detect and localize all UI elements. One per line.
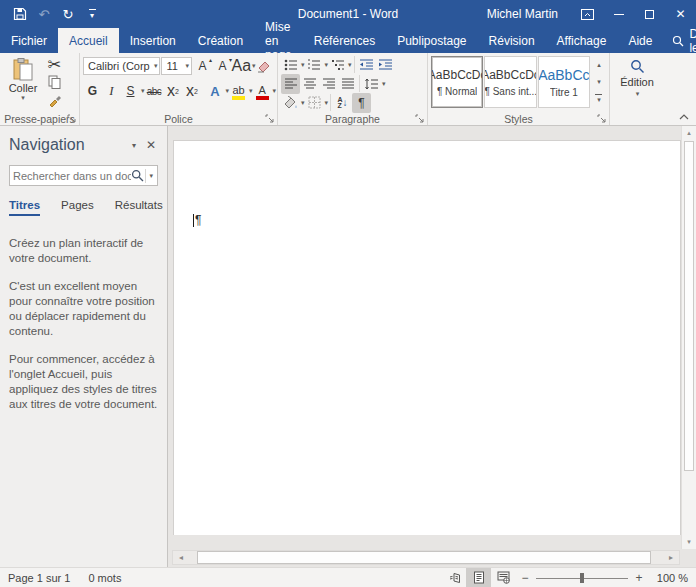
collapse-ribbon-icon[interactable] (679, 114, 689, 120)
web-layout-icon[interactable] (491, 568, 516, 587)
style-sans-interligne[interactable]: AaBbCcDc ¶ Sans int... (484, 56, 536, 108)
paragraph-dialog-launcher-icon[interactable] (415, 114, 424, 123)
italic-button[interactable]: I (102, 81, 121, 101)
highlight-color-button[interactable]: ab (229, 81, 248, 101)
user-name[interactable]: Michel Martin (487, 7, 558, 21)
align-left-icon[interactable] (281, 74, 300, 94)
maximize-button[interactable] (634, 0, 665, 28)
tab-mise-en-page[interactable]: Mise en page (254, 28, 303, 53)
word-count-label[interactable]: 0 mots (88, 572, 121, 584)
numbering-icon[interactable] (305, 55, 324, 75)
tab-accueil[interactable]: Accueil (58, 28, 119, 53)
tell-me-label: Dites-le- (689, 27, 696, 55)
copy-icon[interactable] (45, 73, 64, 91)
redo-icon[interactable]: ↻ (58, 3, 78, 25)
zoom-out-button[interactable]: − (516, 571, 534, 585)
style-titre-1[interactable]: AaBbCc Titre 1 (538, 56, 590, 108)
page-count-label[interactable]: Page 1 sur 1 (8, 572, 70, 584)
ribbon-display-options-icon[interactable] (572, 0, 603, 28)
vertical-scrollbar-thumb[interactable] (684, 141, 694, 471)
minimize-button[interactable] (603, 0, 634, 28)
subscript-button[interactable]: x2 (164, 81, 183, 101)
change-case-button[interactable]: Aa▾ (233, 56, 254, 76)
styles-dialog-launcher-icon[interactable] (597, 114, 606, 123)
search-options-dropdown-icon[interactable]: ▾ (145, 169, 154, 183)
align-right-icon[interactable] (319, 74, 338, 94)
close-button[interactable]: ✕ (665, 0, 696, 28)
style-normal[interactable]: AaBbCcDc ¶ Normal (431, 56, 483, 108)
strikethrough-button[interactable]: abc (145, 81, 164, 101)
group-styles: AaBbCcDc ¶ Normal AaBbCcDc ¶ Sans int...… (428, 53, 610, 125)
vertical-scrollbar[interactable]: ▴ ▾ (681, 126, 696, 549)
zoom-slider-thumb[interactable] (580, 573, 584, 583)
shading-dropdown-icon[interactable]: ▾ (301, 99, 305, 107)
zoom-slider[interactable] (536, 571, 628, 585)
tab-references[interactable]: Références (303, 28, 386, 53)
search-icon[interactable] (131, 169, 144, 182)
tab-insertion[interactable]: Insertion (119, 28, 187, 53)
editing-button[interactable]: Édition ▾ (613, 55, 661, 98)
text-effects-button[interactable]: A (206, 81, 225, 101)
align-center-icon[interactable] (300, 74, 319, 94)
navigation-options-icon[interactable]: ▾ (124, 141, 144, 150)
shrink-font-button[interactable]: A▾ (213, 56, 232, 76)
format-painter-icon[interactable] (45, 91, 64, 109)
clipboard-dialog-launcher-icon[interactable] (67, 114, 76, 123)
nav-tab-resultats[interactable]: Résultats (115, 199, 163, 216)
horizontal-scrollbar-thumb[interactable] (197, 551, 651, 564)
print-layout-icon[interactable] (466, 568, 491, 587)
read-mode-icon[interactable] (441, 568, 466, 587)
show-formatting-marks-button[interactable]: ¶ (352, 93, 371, 113)
grow-font-button[interactable]: A▴ (193, 56, 212, 76)
decrease-indent-icon[interactable] (357, 55, 376, 75)
styles-more-icon[interactable]: ▾ (592, 90, 606, 107)
zoom-level-label[interactable]: 100 % (648, 572, 688, 584)
increase-indent-icon[interactable] (376, 55, 395, 75)
horizontal-scrollbar[interactable]: ◂ ▸ (172, 550, 680, 565)
bullets-dropdown-icon[interactable]: ▾ (301, 61, 305, 69)
navigation-close-icon[interactable]: ✕ (144, 138, 158, 152)
tab-fichier[interactable]: Fichier (0, 28, 58, 53)
nav-tab-titres[interactable]: Titres (9, 199, 40, 216)
tab-revision[interactable]: Révision (478, 28, 546, 53)
scroll-left-icon[interactable]: ◂ (173, 553, 189, 562)
font-name-combo[interactable]: Calibri (Corp▾ (83, 57, 160, 75)
zoom-in-button[interactable]: + (630, 571, 648, 585)
justify-icon[interactable] (338, 74, 357, 94)
tab-aide[interactable]: Aide (617, 28, 663, 53)
document-search-input[interactable] (13, 170, 131, 182)
tab-publipostage[interactable]: Publipostage (386, 28, 477, 53)
font-dialog-launcher-icon[interactable] (265, 114, 274, 123)
cut-icon[interactable]: ✂ (45, 55, 64, 73)
sort-icon[interactable]: AZ ↓ (333, 93, 352, 113)
underline-button[interactable]: S (121, 81, 140, 101)
undo-icon[interactable]: ↶ (34, 3, 54, 25)
clear-formatting-icon[interactable] (255, 56, 274, 76)
scroll-up-icon[interactable]: ▴ (682, 126, 696, 140)
line-spacing-dropdown-icon[interactable]: ▾ (382, 80, 386, 88)
superscript-button[interactable]: x2 (183, 81, 202, 101)
borders-dropdown-icon[interactable]: ▾ (325, 99, 329, 107)
document-page[interactable]: ¶ (173, 140, 681, 535)
multilevel-dropdown-icon[interactable]: ▾ (348, 61, 352, 69)
nav-tab-pages[interactable]: Pages (61, 199, 94, 216)
multilevel-list-icon[interactable] (328, 55, 347, 75)
underline-dropdown-icon[interactable]: ▾ (141, 87, 145, 95)
tab-creation[interactable]: Création (187, 28, 254, 53)
line-spacing-icon[interactable] (362, 74, 381, 94)
font-color-button[interactable]: A (253, 81, 272, 101)
borders-icon[interactable] (305, 93, 324, 113)
scroll-down-icon[interactable]: ▾ (682, 535, 696, 549)
bullets-icon[interactable] (281, 55, 300, 75)
customize-qat-icon[interactable]: ▾ (82, 3, 102, 25)
shading-icon[interactable] (281, 93, 300, 113)
font-size-combo[interactable]: 11▾ (161, 57, 192, 75)
tab-affichage[interactable]: Affichage (546, 28, 618, 53)
save-icon[interactable] (10, 3, 30, 25)
styles-scroll-up-icon[interactable]: ▴ (592, 56, 606, 73)
font-color-dropdown-icon[interactable]: ▾ (273, 87, 277, 95)
tell-me-box[interactable]: Dites-le- (663, 28, 696, 53)
bold-button[interactable]: G (83, 81, 102, 101)
styles-scroll-down-icon[interactable]: ▾ (592, 73, 606, 90)
scroll-right-icon[interactable]: ▸ (663, 553, 679, 562)
